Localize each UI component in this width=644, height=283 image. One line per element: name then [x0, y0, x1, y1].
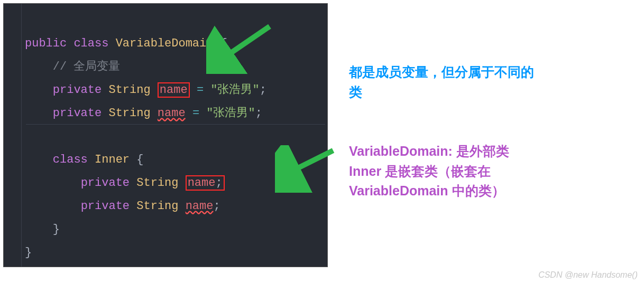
- annotation-text: 都是成员变量，但分属于不同的: [349, 62, 634, 82]
- brace-close: }: [25, 246, 32, 259]
- operator-eq: =: [192, 107, 199, 120]
- annotation-class-desc: VariableDomain: 是外部类 Inner 是嵌套类（嵌套在 Vari…: [349, 142, 634, 201]
- classname-inner: Inner: [95, 153, 130, 166]
- semicolon: ;: [213, 200, 220, 213]
- keyword-private: private: [81, 200, 130, 213]
- semicolon: ;: [215, 176, 222, 190]
- operator-eq: =: [197, 83, 204, 97]
- editor-ruler: [26, 124, 325, 125]
- keyword-public: public: [25, 37, 67, 50]
- highlight-var-outer: name: [158, 82, 190, 98]
- classname-outer: VariableDomain: [116, 37, 214, 50]
- brace-open: {: [136, 153, 143, 166]
- highlight-var-inner: name;: [186, 175, 225, 191]
- brace-open: {: [220, 37, 227, 50]
- keyword-private: private: [81, 176, 130, 190]
- annotation-text: VariableDomain 中的类）: [349, 181, 634, 201]
- string-literal: "张浩男": [206, 107, 255, 120]
- var-name: name: [188, 176, 216, 190]
- var-name-error: name: [158, 107, 186, 120]
- semicolon: ;: [255, 107, 262, 120]
- type-string: String: [108, 83, 150, 97]
- type-string: String: [136, 176, 178, 190]
- type-string: String: [108, 107, 150, 120]
- watermark: CSDN @new Handsome(): [538, 270, 638, 280]
- brace-close: }: [53, 223, 60, 236]
- keyword-class: class: [53, 153, 88, 166]
- type-string: String: [136, 200, 178, 213]
- annotation-member-vars: 都是成员变量，但分属于不同的 类: [349, 62, 634, 102]
- annotation-text: 类: [349, 82, 634, 102]
- comment: // 全局变量: [53, 60, 121, 73]
- annotation-text: Inner 是嵌套类（嵌套在: [349, 162, 634, 182]
- keyword-private: private: [53, 107, 102, 120]
- code-area: public class VariableDomain { // 全局变量 pr…: [22, 4, 327, 267]
- var-name: name: [160, 83, 188, 97]
- keyword-class: class: [73, 37, 108, 50]
- var-name-error: name: [186, 200, 214, 213]
- editor-gutter: [4, 4, 22, 267]
- keyword-private: private: [53, 83, 102, 97]
- semicolon: ;: [260, 83, 266, 97]
- code-editor: public class VariableDomain { // 全局变量 pr…: [3, 3, 328, 267]
- annotation-text: VariableDomain: 是外部类: [349, 142, 634, 162]
- string-literal: "张浩男": [210, 83, 259, 97]
